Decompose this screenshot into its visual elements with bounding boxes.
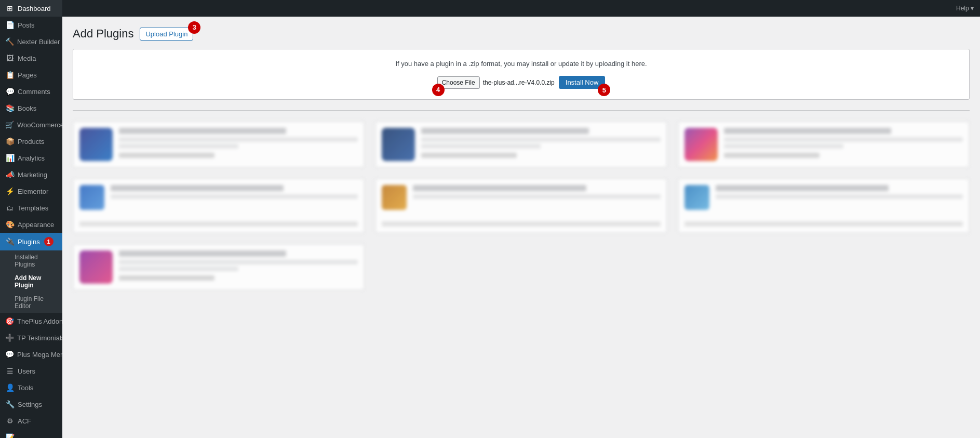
plugin-action-3 bbox=[724, 153, 820, 158]
books-icon: 📚 bbox=[5, 104, 15, 112]
plugin-card-6 bbox=[678, 178, 970, 233]
sidebar-item-nexter-builder[interactable]: 🔨 Nexter Builder bbox=[0, 33, 62, 50]
plugin-icon-1 bbox=[79, 128, 113, 161]
theplus-addons-icon: ➕ bbox=[5, 334, 14, 342]
plugin-icon-6 bbox=[684, 185, 709, 210]
media-icon: 🖼 bbox=[5, 54, 15, 62]
plugin-desc-3a bbox=[724, 137, 963, 142]
dashboard-icon: ⊞ bbox=[5, 4, 15, 12]
sidebar-item-marketing[interactable]: 📣 Marketing bbox=[0, 166, 62, 183]
plugin-card-4 bbox=[73, 178, 365, 233]
plugin-info-7 bbox=[119, 250, 358, 284]
plugin-card-1 bbox=[73, 121, 365, 168]
sidebar-item-products[interactable]: 📦 Products bbox=[0, 133, 62, 150]
tp-testimonials-icon: 💬 bbox=[5, 350, 14, 359]
plugin-desc-2a bbox=[421, 137, 660, 142]
nexter-builder-icon: 🔨 bbox=[5, 37, 14, 46]
elementor-icon: ⚡ bbox=[5, 187, 15, 195]
sidebar-item-users[interactable]: 👤 Tools bbox=[0, 379, 62, 396]
submenu-installed-plugins[interactable]: Installed Plugins bbox=[0, 250, 62, 271]
plugin-name-5 bbox=[413, 185, 586, 191]
upload-description: If you have a plugin in a .zip format, y… bbox=[84, 60, 959, 68]
plugin-icon-5 bbox=[382, 185, 407, 210]
plugin-info-4 bbox=[111, 185, 358, 210]
sidebar-item-tp-testimonials[interactable]: 💬 Plus Mega Menu bbox=[0, 346, 62, 363]
page-title: Add Plugins bbox=[73, 27, 133, 41]
sidebar-item-elementor[interactable]: ⚡ Elementor bbox=[0, 183, 62, 200]
comments-icon: 💬 bbox=[5, 87, 15, 96]
step-4-badge: 4 bbox=[432, 84, 445, 96]
sidebar-item-analytics[interactable]: 📊 Analytics bbox=[0, 150, 62, 166]
plugin-desc-5 bbox=[413, 194, 660, 199]
plugins-submenu: Installed Plugins Add New Plugin Plugin … bbox=[0, 250, 62, 313]
settings-icon: ⚙ bbox=[5, 417, 15, 425]
plugin-icon-4 bbox=[79, 185, 104, 210]
sidebar-item-comments[interactable]: 💬 Comments bbox=[0, 83, 62, 100]
plugin-icon-7 bbox=[79, 250, 113, 284]
plugin-icon-3 bbox=[684, 128, 718, 161]
sidebar-item-wdesignkit[interactable]: 🎯 ThePlus Addons bbox=[0, 313, 62, 329]
sidebar-item-acf[interactable]: 📝 bbox=[0, 429, 62, 438]
analytics-icon: 📊 bbox=[5, 154, 15, 162]
upload-form: Choose File the-plus-ad...re-V4.0.0.zip … bbox=[84, 76, 959, 89]
sidebar-item-woocommerce[interactable]: 🛒 WooCommerce bbox=[0, 116, 62, 133]
sidebar-item-theplus-addons[interactable]: ➕ TP Testimonials bbox=[0, 329, 62, 346]
plugins-badge: 1 bbox=[44, 237, 53, 246]
plugin-name-1 bbox=[119, 128, 286, 134]
step-5-badge: 5 bbox=[598, 84, 610, 96]
plugin-card-5 bbox=[375, 178, 667, 233]
topbar: Help ▾ bbox=[62, 0, 980, 17]
help-button[interactable]: Help ▾ bbox=[956, 5, 974, 12]
sidebar-item-plugins[interactable]: 🔌 Plugins 1 bbox=[0, 233, 62, 250]
posts-icon: 📄 bbox=[5, 21, 15, 29]
plugin-info-6 bbox=[716, 185, 963, 210]
sidebar-item-appearance[interactable]: 🎨 Appearance bbox=[0, 216, 62, 233]
sidebar-item-tools[interactable]: 🔧 Settings bbox=[0, 396, 62, 413]
plugin-action-row-6 bbox=[684, 221, 963, 227]
acf-icon: 📝 bbox=[5, 433, 15, 438]
submenu-add-new-plugin[interactable]: Add New Plugin bbox=[0, 271, 62, 292]
plugin-info-3 bbox=[724, 128, 963, 161]
plugin-info-1 bbox=[119, 128, 358, 161]
plugin-desc-7b bbox=[119, 267, 238, 271]
main-content: Help ▾ Add Plugins Upload Plugin 3 If yo… bbox=[62, 0, 980, 438]
upload-plugin-button[interactable]: Upload Plugin bbox=[140, 28, 193, 41]
submenu-plugin-file-editor[interactable]: Plugin File Editor bbox=[0, 292, 62, 313]
plugin-name-6 bbox=[716, 185, 889, 191]
users-icon: 👤 bbox=[5, 383, 15, 392]
sidebar-item-media[interactable]: 🖼 Media bbox=[0, 50, 62, 67]
marketing-icon: 📣 bbox=[5, 170, 15, 179]
plugin-card-7 bbox=[73, 244, 365, 290]
sidebar-item-pages[interactable]: 📋 Pages bbox=[0, 67, 62, 83]
plus-mega-menu-icon: ☰ bbox=[5, 367, 15, 375]
plugin-card-2 bbox=[375, 121, 667, 168]
sidebar-item-dashboard[interactable]: ⊞ Dashboard bbox=[0, 0, 62, 17]
plugin-info-2 bbox=[421, 128, 660, 161]
plugin-desc-1b bbox=[119, 144, 238, 149]
plugin-name-2 bbox=[421, 128, 588, 134]
plugin-card-3 bbox=[678, 121, 970, 168]
sidebar-item-books[interactable]: 📚 Books bbox=[0, 100, 62, 116]
file-name-display: the-plus-ad...re-V4.0.0.zip bbox=[483, 79, 555, 86]
plugin-action-row-4 bbox=[79, 221, 358, 227]
plugins-icon: 🔌 bbox=[5, 237, 15, 246]
plugin-info-5 bbox=[413, 185, 660, 210]
plugins-grid bbox=[73, 121, 970, 290]
page-header: Add Plugins Upload Plugin 3 bbox=[73, 27, 970, 41]
plugin-action-7 bbox=[119, 275, 214, 281]
plugin-name-3 bbox=[724, 128, 891, 134]
content-area: Add Plugins Upload Plugin 3 If you have … bbox=[62, 17, 980, 438]
plugin-action-row-5 bbox=[382, 221, 660, 227]
woocommerce-icon: 🛒 bbox=[5, 121, 14, 129]
sidebar-item-settings[interactable]: ⚙ ACF bbox=[0, 413, 62, 429]
section-divider bbox=[73, 110, 970, 111]
templates-icon: 🗂 bbox=[5, 204, 15, 212]
appearance-icon: 🎨 bbox=[5, 220, 15, 229]
sidebar-item-templates[interactable]: 🗂 Templates bbox=[0, 200, 62, 216]
wdesignkit-icon: 🎯 bbox=[5, 317, 14, 325]
sidebar-item-posts[interactable]: 📄 Posts bbox=[0, 17, 62, 33]
sidebar-item-plus-mega-menu[interactable]: ☰ Users bbox=[0, 363, 62, 379]
tools-icon: 🔧 bbox=[5, 400, 15, 408]
plugin-desc-7a bbox=[119, 260, 358, 264]
upload-section: If you have a plugin in a .zip format, y… bbox=[73, 49, 970, 100]
